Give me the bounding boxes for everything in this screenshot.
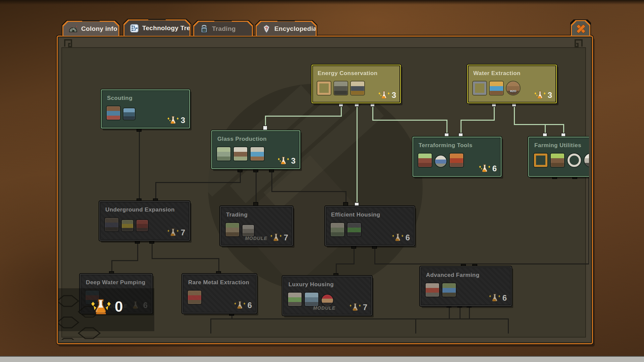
connector-line (514, 106, 515, 125)
glass-workshop-icon (217, 147, 230, 161)
module-badge: MODULE (245, 236, 267, 241)
tab-encyclopedia[interactable]: ? Encyclopedia (255, 20, 317, 36)
tech-node-scouting[interactable]: Scouting 3 (101, 89, 190, 128)
node-title: Efficient Housing (331, 212, 380, 218)
node-title: Scouting (107, 95, 132, 102)
connector-line (336, 263, 355, 264)
energy-rope-frame-icon (317, 81, 331, 95)
drill-rig-icon (122, 220, 133, 231)
research-cost-flask-icon (534, 90, 546, 100)
research-cost-flask-icon (270, 233, 282, 242)
research-cost-flask-icon (392, 233, 404, 242)
node-title: Energy Conservation (318, 70, 378, 77)
research-flask-icon (91, 299, 111, 315)
terraformer-turret-icon (418, 154, 432, 167)
tech-node-farming-utilities[interactable]: Farming Utilities (528, 137, 617, 177)
connector-line (460, 306, 461, 319)
node-cost: 3 (392, 90, 396, 100)
connector-line (341, 106, 342, 116)
node-title: Underground Expansion (105, 206, 175, 213)
connector-line (139, 130, 140, 201)
scaffold-frame-icon (473, 81, 486, 95)
node-title: Luxury Housing (288, 281, 334, 288)
glass-rack-icon (234, 147, 247, 161)
trade-module-icon (243, 225, 254, 236)
research-cost-flask-icon (167, 116, 179, 125)
connector-line (155, 182, 156, 201)
research-cost-flask-icon (378, 90, 390, 100)
tab-label: Encyclopedia (274, 25, 317, 33)
tech-node-advanced-farming[interactable]: Advanced Farming 6 (420, 266, 512, 306)
technology-tree-screen: Colony info Technology Tree Trading ? En… (0, 0, 644, 362)
connector-line (461, 120, 495, 121)
research-cost-flask-icon (234, 301, 246, 310)
connector-line (469, 306, 470, 319)
tech-node-water-extraction[interactable]: Water Extraction H2O 3 (467, 65, 557, 103)
tech-node-terraforming-tools[interactable]: Terraforming Tools 6 (413, 137, 501, 177)
field-frame-icon (534, 154, 547, 167)
water-tank-icon: H2O (506, 81, 520, 95)
node-title: Rare Metal Extraction (188, 279, 249, 286)
connector-line (461, 120, 462, 135)
tech-node-efficient-housing[interactable]: Efficient Housing 6 (325, 206, 415, 246)
node-cost: 6 (406, 233, 410, 242)
research-cost-flask-icon (489, 293, 501, 303)
tech-node-underground-expansion[interactable]: Underground Expansion 7 (99, 201, 190, 241)
happy-resident-icon (322, 295, 333, 306)
bottom-bar (0, 356, 644, 362)
tab-trading[interactable]: Trading (193, 20, 254, 36)
hydroponics-unit-icon (426, 283, 439, 297)
question-shield-icon: ? (262, 24, 271, 34)
tunnel-gate-icon (105, 218, 118, 231)
biodome-icon (435, 156, 446, 167)
tab-label: Trading (212, 25, 236, 33)
connector-line (265, 116, 342, 117)
node-cost: 7 (363, 303, 367, 312)
round-tower-icon (331, 223, 344, 236)
connector-line (155, 182, 241, 183)
tech-node-glass-production[interactable]: Glass Production 3 (211, 130, 300, 169)
tech-node-rare-metal-extraction[interactable]: Rare Metal Extraction 6 (182, 274, 257, 313)
node-cost: 7 (284, 233, 288, 242)
tech-node-trading[interactable]: Trading MODULE 7 (220, 206, 293, 246)
scouting-supplies-icon (107, 106, 120, 120)
node-title: Trading (226, 212, 248, 218)
circuit-board-icon (130, 24, 139, 33)
close-button[interactable] (570, 19, 591, 36)
tab-technology-tree[interactable]: Technology Tree (123, 19, 191, 36)
connector-line (111, 260, 138, 261)
water-well-icon (490, 81, 503, 95)
tech-node-luxury-housing[interactable]: Luxury Housing MODULE 7 (282, 276, 372, 315)
beacon-tower-icon (450, 154, 463, 167)
oval-planter-icon (568, 154, 581, 167)
node-title: Advanced Farming (426, 272, 479, 279)
connector-line (357, 106, 358, 205)
smelter-icon (188, 291, 201, 304)
connector-line (449, 306, 450, 319)
crop-grid-icon (442, 283, 456, 297)
ore-canister-icon (137, 220, 148, 231)
connector-line (210, 318, 509, 319)
node-title: Farming Utilities (534, 142, 581, 149)
node-cost: 6 (502, 293, 507, 303)
connector-line (494, 106, 495, 120)
tech-node-energy-conservation[interactable]: Energy Conservation 3 (312, 65, 401, 103)
trading-post-icon (226, 223, 239, 236)
connector-line (271, 171, 272, 192)
greenhouse-icon (551, 154, 564, 167)
node-cost: 3 (548, 90, 552, 100)
research-cost-flask-icon (479, 164, 491, 173)
node-cost: 6 (248, 301, 252, 310)
connector-line (271, 191, 346, 192)
battery-machine-icon (351, 81, 364, 95)
tab-colony-info[interactable]: Colony info (62, 20, 120, 36)
connector-line (372, 120, 447, 121)
node-cost: 6 (492, 164, 497, 173)
colony-dome-icon (69, 24, 78, 34)
connector-line (514, 124, 564, 125)
solar-panel-icon (334, 81, 347, 95)
connector-line (372, 106, 373, 120)
trade-bag-icon (200, 24, 209, 34)
connector-line (152, 242, 153, 259)
connector-line (256, 171, 257, 205)
